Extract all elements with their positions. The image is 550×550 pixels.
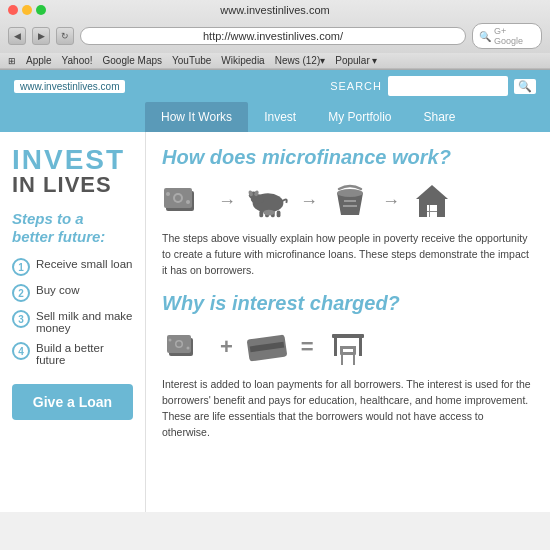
card-icon bbox=[243, 327, 291, 367]
step-num-2: 2 bbox=[12, 284, 30, 302]
sidebar: INVEST IN LIVES Steps to a better future… bbox=[0, 132, 145, 512]
tab-share[interactable]: Share bbox=[408, 102, 472, 132]
step-item-1: 1 Receive small loan bbox=[12, 258, 133, 276]
svg-rect-38 bbox=[340, 346, 356, 349]
equals-icon: = bbox=[301, 334, 314, 360]
svg-rect-40 bbox=[353, 355, 355, 365]
bookmark-yahoo[interactable]: Yahoo! bbox=[62, 55, 93, 66]
give-loan-button[interactable]: Give a Loan bbox=[12, 384, 133, 420]
steps-list: 1 Receive small loan 2 Buy cow 3 Sell mi… bbox=[12, 258, 133, 366]
svg-rect-39 bbox=[341, 355, 343, 365]
plus-icon: + bbox=[220, 334, 233, 360]
microfinance-steps-icons: → bbox=[162, 181, 534, 221]
site-header: www.investinlives.com SEARCH 🔍 bbox=[0, 70, 550, 102]
browser-search[interactable]: 🔍 G+ Google bbox=[472, 23, 542, 49]
bookmark-popular[interactable]: Popular ▾ bbox=[335, 55, 377, 66]
svg-rect-34 bbox=[359, 338, 362, 356]
forward-button[interactable]: ▶ bbox=[32, 27, 50, 45]
bookmark-apple[interactable]: Apple bbox=[26, 55, 52, 66]
svg-point-5 bbox=[186, 200, 190, 204]
arrow-icon-1: → bbox=[218, 191, 236, 212]
main-content: INVEST IN LIVES Steps to a better future… bbox=[0, 132, 550, 512]
arrow-icon-2: → bbox=[300, 191, 318, 212]
top-nav: How It Works Invest My Portfolio Share bbox=[0, 102, 550, 132]
tab-how-it-works[interactable]: How It Works bbox=[145, 102, 248, 132]
svg-rect-32 bbox=[332, 334, 364, 338]
url-bar-row: ◀ ▶ ↻ http://www.investinlives.com/ 🔍 G+… bbox=[0, 20, 550, 53]
money-icon-2 bbox=[162, 327, 210, 367]
logo-in-lives: IN LIVES bbox=[12, 174, 133, 196]
arrow-icon-3: → bbox=[382, 191, 400, 212]
interest-icons: + = bbox=[162, 327, 534, 367]
url-input[interactable]: http://www.investinlives.com/ bbox=[80, 27, 466, 45]
section2-description: Interest is added to loan payments for a… bbox=[162, 377, 534, 440]
tab-my-portfolio[interactable]: My Portfolio bbox=[312, 102, 407, 132]
svg-point-3 bbox=[175, 195, 181, 201]
grid-icon: ⊞ bbox=[8, 56, 16, 66]
search-label: SEARCH bbox=[330, 80, 382, 92]
step-text-2: Buy cow bbox=[36, 284, 79, 296]
content-area: How does microfinance work? → bbox=[145, 132, 550, 512]
website: www.investinlives.com SEARCH 🔍 How It Wo… bbox=[0, 70, 550, 512]
step-num-4: 4 bbox=[12, 342, 30, 360]
svg-point-16 bbox=[337, 189, 363, 197]
section2-title: Why is interest charged? bbox=[162, 292, 534, 315]
site-logo: INVEST IN LIVES bbox=[12, 146, 133, 196]
bookmark-wikipedia[interactable]: Wikipedia bbox=[221, 55, 264, 66]
refresh-button[interactable]: ↻ bbox=[56, 27, 74, 45]
browser-chrome: www.investinlives.com ◀ ▶ ↻ http://www.i… bbox=[0, 0, 550, 70]
svg-rect-11 bbox=[259, 211, 263, 218]
svg-rect-23 bbox=[427, 211, 437, 212]
svg-point-4 bbox=[166, 192, 170, 196]
section1-title: How does microfinance work? bbox=[162, 146, 534, 169]
svg-point-29 bbox=[187, 347, 190, 350]
step-item-4: 4 Build a better future bbox=[12, 342, 133, 366]
search-submit-icon[interactable]: 🔍 bbox=[514, 79, 536, 94]
step-item-2: 2 Buy cow bbox=[12, 284, 133, 302]
step-text-1: Receive small loan bbox=[36, 258, 133, 270]
title-bar: www.investinlives.com bbox=[0, 0, 550, 20]
site-url-display: www.investinlives.com bbox=[14, 80, 125, 93]
svg-rect-14 bbox=[277, 211, 281, 218]
step-item-3: 3 Sell milk and make money bbox=[12, 310, 133, 334]
traffic-lights bbox=[8, 5, 46, 15]
maximize-button[interactable] bbox=[36, 5, 46, 15]
svg-point-15 bbox=[263, 210, 275, 216]
house-icon bbox=[408, 181, 456, 221]
back-button[interactable]: ◀ bbox=[8, 27, 26, 45]
bookmarks-bar: ⊞ Apple Yahoo! Google Maps YouTube Wikip… bbox=[0, 53, 550, 69]
chair-icon bbox=[324, 327, 372, 367]
bucket-icon bbox=[326, 181, 374, 221]
logo-invest: INVEST bbox=[12, 146, 133, 174]
svg-point-27 bbox=[177, 342, 182, 347]
bookmark-youtube[interactable]: YouTube bbox=[172, 55, 211, 66]
money-icon bbox=[162, 181, 210, 221]
tab-invest[interactable]: Invest bbox=[248, 102, 312, 132]
minimize-button[interactable] bbox=[22, 5, 32, 15]
step-num-3: 3 bbox=[12, 310, 30, 328]
nav-tabs: How It Works Invest My Portfolio Share bbox=[145, 102, 472, 132]
step-num-1: 1 bbox=[12, 258, 30, 276]
search-input[interactable] bbox=[388, 76, 508, 96]
step-text-3: Sell milk and make money bbox=[36, 310, 133, 334]
search-mini-icon: 🔍 bbox=[479, 31, 491, 42]
cow-icon bbox=[244, 181, 292, 221]
svg-point-28 bbox=[169, 339, 172, 342]
search-bar-site: SEARCH 🔍 bbox=[330, 76, 536, 96]
step-text-4: Build a better future bbox=[36, 342, 133, 366]
section1-description: The steps above visually explain how peo… bbox=[162, 231, 534, 278]
browser-title: www.investinlives.com bbox=[220, 4, 329, 16]
close-button[interactable] bbox=[8, 5, 18, 15]
bookmark-googlemaps[interactable]: Google Maps bbox=[103, 55, 162, 66]
steps-heading: Steps to a better future: bbox=[12, 210, 133, 246]
bookmark-news[interactable]: News (12)▾ bbox=[275, 55, 326, 66]
svg-marker-19 bbox=[416, 185, 448, 199]
svg-rect-33 bbox=[334, 338, 337, 356]
